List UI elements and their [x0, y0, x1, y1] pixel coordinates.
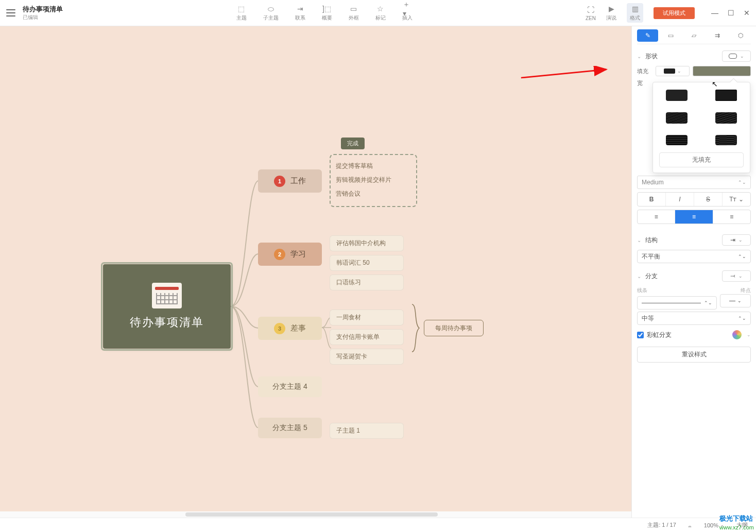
subtopic[interactable]: 营销会议 [336, 187, 411, 201]
summary-icon: ]⬚ [322, 4, 332, 13]
branch-style-select[interactable]: ⤙⌄ [722, 270, 751, 282]
fill-scribble-2[interactable] [715, 135, 737, 145]
subtopic[interactable]: 韩语词汇 50 [330, 255, 404, 271]
tab-skeleton[interactable]: ⬡ [730, 29, 751, 42]
rainbow-checkbox[interactable] [637, 332, 644, 338]
format-panel: ✎ ▭ ▱ ⇉ ⬡ ⌄形状 ⌄ 填充 ⌄ 宽 [631, 26, 756, 518]
topic-branch-4[interactable]: 分支主题 4 [258, 376, 322, 397]
summary-button[interactable]: ]⬚概要 [322, 4, 332, 22]
subtopic[interactable]: 支付信用卡账单 [330, 329, 404, 345]
fill-style-select[interactable]: ⌄ [656, 66, 690, 76]
play-icon: ▶ [607, 4, 616, 13]
align-center-button[interactable]: ≡ [675, 210, 712, 224]
subtopic[interactable]: 剪辑视频并提交样片 [336, 173, 411, 187]
trial-button[interactable]: 试用模式 [654, 7, 695, 19]
insert-button[interactable]: ＋▾插入 [402, 4, 413, 22]
fill-scribble-1[interactable] [666, 135, 688, 145]
align-right-button[interactable]: ≡ [713, 210, 750, 224]
badge-3: 3 [274, 323, 285, 334]
close-button[interactable]: ✕ [744, 9, 750, 17]
summary-callout[interactable]: 每周待办事项 [424, 320, 484, 336]
thickness-select[interactable]: 中等⌃⌄ [637, 312, 751, 325]
toolbar-center: ⬚主题 ⬭子主题 ⇥联系 ]⬚概要 ▭外框 ☆标记 ＋▾插入 [63, 4, 586, 22]
marker-button[interactable]: ☆标记 [375, 4, 386, 22]
strike-button[interactable]: S [694, 193, 722, 206]
topic-errand[interactable]: 3差事 [258, 317, 322, 340]
tab-map[interactable]: ▭ [660, 29, 681, 42]
doc-status: 已编辑 [23, 14, 63, 21]
shape-select[interactable]: ⌄ [722, 50, 751, 62]
summary-brace [411, 303, 420, 353]
relationship-button[interactable]: ⇥联系 [295, 4, 305, 22]
subtopic[interactable]: 一周食材 [330, 310, 404, 325]
topic-branch-5[interactable]: 分支主题 5 [258, 418, 322, 438]
minimize-button[interactable]: — [711, 9, 718, 17]
text-style-row: B I S Tᴛ ⌄ [637, 192, 751, 207]
zen-button[interactable]: ⛶ZEN [586, 5, 596, 21]
group-work[interactable]: 提交博客草稿 剪辑视频并提交样片 营销会议 [330, 154, 417, 207]
chevron-down-icon: ⌄ [637, 237, 641, 243]
fill-hatch-1[interactable] [666, 112, 688, 124]
endpoint-select[interactable]: —⌄ [720, 294, 751, 307]
text-case-button[interactable]: Tᴛ ⌄ [722, 193, 750, 206]
topic-study[interactable]: 2学习 [258, 243, 322, 266]
zoom-level[interactable]: 100% [704, 522, 718, 528]
menu-button[interactable] [6, 9, 15, 16]
topic-icon: ⬚ [237, 4, 246, 13]
topic-work[interactable]: 1工作 [258, 169, 322, 193]
tab-theme[interactable]: ⇉ [707, 29, 728, 42]
subtopic[interactable]: 提交博客草稿 [336, 159, 411, 173]
fill-color-swatch[interactable] [693, 66, 751, 76]
format-button[interactable]: ▥格式 [627, 3, 643, 23]
struct-heading: 结构 [645, 236, 658, 245]
align-row: ≡ ≡ ≡ [637, 210, 751, 224]
title-block: 待办事项清单 已编辑 [23, 5, 63, 21]
maximize-button[interactable]: ☐ [728, 9, 734, 17]
boundary-icon: ▭ [349, 4, 358, 13]
horizontal-scrollbar[interactable] [0, 511, 631, 518]
subtopic[interactable]: 口语练习 [330, 274, 404, 290]
caret-down-icon: ⌄ [740, 54, 744, 59]
line-style-select[interactable]: ⌃⌄ [637, 296, 717, 310]
align-left-button[interactable]: ≡ [638, 210, 675, 224]
relationship-icon: ⇥ [296, 4, 305, 13]
font-weight-select[interactable]: Medium⌃⌄ [637, 176, 751, 189]
zen-icon: ⛶ [586, 5, 595, 14]
no-fill-button[interactable]: 无填充 [659, 152, 744, 167]
scrollbar-thumb[interactable] [185, 512, 438, 517]
tab-card[interactable]: ▱ [683, 29, 705, 42]
doc-title: 待办事项清单 [23, 5, 63, 14]
endpoint-label: 终点 [741, 287, 751, 294]
fill-hatch-2[interactable] [715, 112, 737, 124]
italic-button[interactable]: I [665, 193, 694, 206]
bold-button[interactable]: B [638, 193, 665, 206]
struct-select[interactable]: ⇥⌄ [722, 234, 751, 246]
boundary-button[interactable]: ▭外框 [349, 4, 359, 22]
topic-count: 主题: 1 / 17 [647, 521, 676, 529]
line-label: 线条 [637, 287, 647, 294]
subtopic-icon: ⬭ [266, 4, 276, 13]
map-mode-icon[interactable]: ⩋ [689, 522, 692, 528]
plus-icon: ＋▾ [403, 4, 412, 13]
rainbow-color-icon[interactable] [732, 330, 742, 339]
tab-style[interactable]: ✎ [637, 29, 658, 42]
balance-select[interactable]: 不平衡⌃⌄ [637, 250, 751, 263]
present-button[interactable]: ▶演说 [606, 4, 616, 22]
fill-solid[interactable] [666, 90, 688, 101]
subtopic[interactable]: 写圣诞贺卡 [330, 349, 404, 365]
subtopic[interactable]: 子主题 1 [330, 423, 404, 439]
caret-down-icon: ⌄ [677, 68, 681, 74]
subtopic[interactable]: 评估韩国中介机构 [330, 235, 404, 251]
rainbow-label: 彩虹分支 [647, 331, 672, 339]
fill-style-popover: 无填充 [652, 82, 750, 173]
shape-heading: 形状 [645, 52, 658, 61]
canvas[interactable]: 待办事项清单 完成 提交博客草稿 剪辑视频并提交样片 营销会议 1工作 2学习 … [0, 26, 631, 518]
subtopic-button[interactable]: ⬭子主题 [263, 4, 279, 22]
badge-1: 1 [274, 176, 285, 187]
root-title: 待办事项清单 [130, 315, 204, 330]
topic-button[interactable]: ⬚主题 [236, 4, 247, 22]
root-topic[interactable]: 待办事项清单 [103, 264, 231, 349]
badge-2: 2 [274, 249, 285, 260]
fill-brush[interactable] [715, 90, 737, 101]
reset-style-button[interactable]: 重设样式 [637, 347, 751, 363]
